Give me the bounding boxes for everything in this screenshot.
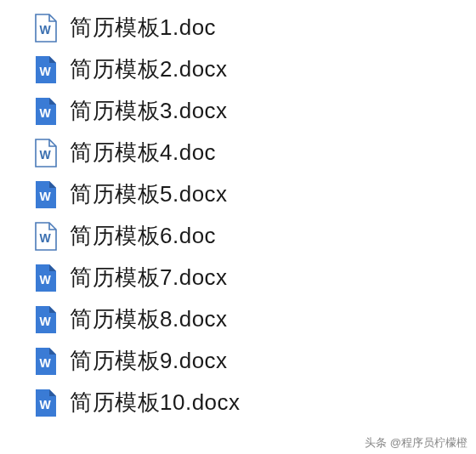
file-name-label: 简历模板9.docx <box>70 346 228 376</box>
file-name-label: 简历模板4.doc <box>70 138 216 167</box>
file-item[interactable]: W 简历模板9.docx <box>32 340 476 382</box>
file-name-label: 简历模板3.docx <box>70 96 228 126</box>
svg-text:W: W <box>39 356 51 370</box>
word-doc-icon: W <box>32 97 58 126</box>
svg-text:W: W <box>39 148 51 162</box>
word-doc-icon: W <box>32 180 58 209</box>
svg-text:W: W <box>39 398 51 411</box>
file-name-label: 简历模板8.docx <box>70 304 228 334</box>
svg-text:W: W <box>39 106 51 120</box>
svg-text:W: W <box>39 23 51 37</box>
word-doc-icon: W <box>32 139 58 167</box>
svg-text:W: W <box>39 273 51 287</box>
attribution-text: 头条 @程序员柠檬橙 <box>365 435 468 451</box>
word-doc-icon: W <box>32 222 58 251</box>
file-item[interactable]: W 简历模板5.docx <box>32 173 476 215</box>
file-item[interactable]: W 简历模板2.docx <box>32 48 476 90</box>
word-doc-icon: W <box>32 389 58 417</box>
file-item[interactable]: W 简历模板7.docx <box>32 257 476 298</box>
word-doc-icon: W <box>32 264 58 292</box>
file-item[interactable]: W 简历模板3.docx <box>32 90 476 132</box>
file-name-label: 简历模板2.docx <box>70 54 228 84</box>
file-name-label: 简历模板6.doc <box>70 221 216 251</box>
word-doc-icon: W <box>32 14 58 43</box>
attribution-author: @程序员柠檬橙 <box>390 435 468 451</box>
file-item[interactable]: W 简历模板8.docx <box>32 298 476 340</box>
svg-text:W: W <box>39 190 51 203</box>
svg-text:W: W <box>39 315 51 328</box>
word-doc-icon: W <box>32 55 58 84</box>
file-name-label: 简历模板10.docx <box>70 388 241 417</box>
svg-text:W: W <box>39 231 51 245</box>
file-item[interactable]: W 简历模板4.doc <box>32 132 476 173</box>
file-name-label: 简历模板1.doc <box>70 13 216 43</box>
file-item[interactable]: W 简历模板1.doc <box>32 7 476 48</box>
file-name-label: 简历模板7.docx <box>70 263 228 292</box>
word-doc-icon: W <box>32 305 58 334</box>
word-doc-icon: W <box>32 347 58 376</box>
file-list: W 简历模板1.doc W 简历模板2.docx W 简历模板3.docx W … <box>32 7 476 423</box>
svg-text:W: W <box>39 65 51 78</box>
attribution-prefix: 头条 <box>365 435 387 451</box>
file-item[interactable]: W 简历模板6.doc <box>32 215 476 257</box>
file-name-label: 简历模板5.docx <box>70 179 228 209</box>
file-item[interactable]: W 简历模板10.docx <box>32 382 476 423</box>
